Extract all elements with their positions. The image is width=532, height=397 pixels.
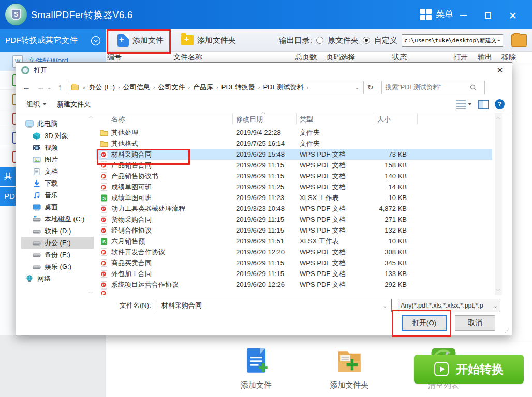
file-row[interactable]: P外包加工合同2019/6/29 11:15WPS PDF 文档133 KB bbox=[96, 268, 492, 279]
tree-item--[interactable]: 此电脑 bbox=[21, 118, 94, 130]
tree-item-label: 音乐 bbox=[45, 191, 58, 200]
scroll-down-icon[interactable]: ﹀ bbox=[495, 287, 502, 294]
tree-item--e-[interactable]: 办公 (E:) bbox=[21, 237, 94, 249]
breadcrumb-segment[interactable]: PDF测试资料 bbox=[261, 83, 305, 92]
file-row[interactable]: P软件开发合作协议2019/6/20 12:20WPS PDF 文档308 KB bbox=[96, 247, 492, 257]
footer-action-add-file[interactable]: 添加文件 bbox=[225, 347, 287, 390]
grid-column-1[interactable]: 文件名称 bbox=[173, 53, 202, 62]
breadcrumb-segment[interactable]: 办公 (E:) bbox=[87, 83, 117, 92]
tree-item--[interactable]: 图片 bbox=[21, 154, 94, 165]
file-row[interactable]: P材料采购合同2019/6/29 15:48WPS PDF 文档73 KB bbox=[96, 149, 492, 160]
organize-button[interactable]: 组织 bbox=[26, 100, 47, 109]
breadcrumb-segment[interactable]: 产品库 bbox=[191, 83, 215, 92]
column-name[interactable]: 名称 bbox=[111, 115, 125, 124]
breadcrumb-segment[interactable]: PDF转换器 bbox=[219, 83, 257, 92]
search-box[interactable] bbox=[381, 81, 485, 94]
file-row[interactable]: P系统项目运营合作协议2019/6/20 12:26WPS PDF 文档292 … bbox=[96, 279, 492, 290]
breadcrumb-segment[interactable]: 公司信息 bbox=[121, 83, 152, 92]
grid-column-2[interactable]: 总页数 bbox=[295, 53, 317, 62]
preview-pane-icon[interactable] bbox=[478, 100, 489, 109]
tree-item--[interactable]: 网络 bbox=[21, 272, 94, 284]
file-row[interactable]: P产品销售合同2019/6/29 11:15WPS PDF 文档158 KB bbox=[96, 160, 492, 171]
file-row[interactable]: P商品买卖合同2019/6/29 11:15WPS PDF 文档345 KB bbox=[96, 257, 492, 268]
footer-action-add-folder[interactable]: 添加文件夹 bbox=[318, 347, 380, 390]
tree-item--[interactable]: 桌面 bbox=[21, 201, 94, 213]
grid-column-6[interactable]: 输出 bbox=[478, 53, 492, 62]
tree-item--f-[interactable]: 备份 (F:) bbox=[21, 249, 94, 261]
forward-icon[interactable]: → bbox=[37, 83, 45, 92]
output-path-input[interactable] bbox=[402, 34, 503, 47]
tree-item--[interactable]: 下载 bbox=[21, 177, 94, 189]
drive-icon bbox=[33, 263, 41, 271]
network-icon bbox=[25, 274, 34, 283]
filename-dropdown-icon[interactable]: ⌄ bbox=[383, 303, 387, 309]
grid-column-3[interactable]: 页码选择 bbox=[326, 53, 355, 62]
file-grid-header: 编号文件名称总页数页码选择状态打开输出移除 bbox=[106, 52, 532, 63]
dialog-titlebar[interactable]: 打开 bbox=[16, 63, 512, 78]
radio-original-folder[interactable] bbox=[316, 37, 323, 44]
maximize-button[interactable] bbox=[480, 9, 496, 22]
grid-column-0[interactable]: 编号 bbox=[107, 53, 122, 62]
scroll-up-icon[interactable]: ︿ bbox=[495, 114, 502, 121]
file-row[interactable]: S六月销售额2019/6/29 11:51XLSX 工作表10 KB bbox=[96, 236, 492, 247]
resize-grip[interactable]: ⋰ bbox=[505, 328, 511, 334]
tree-scroll-down[interactable]: ﹀ bbox=[87, 290, 95, 297]
tree-item--g-[interactable]: 娱乐 (G:) bbox=[21, 261, 94, 272]
breadcrumb[interactable]: « 办公 (E:)›公司信息›公司文件›产品库›PDF转换器›PDF测试资料› … bbox=[68, 81, 364, 94]
filename-input[interactable]: 材料采购合同 ⌄ bbox=[157, 299, 392, 312]
breadcrumb-segment[interactable]: 公司文件 bbox=[156, 83, 187, 92]
new-folder-button[interactable]: 新建文件夹 bbox=[57, 100, 91, 109]
sidebar-category-pdf-to-other[interactable]: PDF转换成其它文件 bbox=[0, 29, 106, 52]
start-convert-label: 开始转换 bbox=[456, 361, 504, 377]
tree-item--[interactable]: 文档 bbox=[21, 165, 94, 177]
start-convert-button[interactable]: 开始转换 bbox=[414, 355, 524, 384]
tree-item--[interactable]: 音乐 bbox=[21, 189, 94, 201]
file-size: 292 KB bbox=[360, 281, 407, 288]
grid-column-5[interactable]: 打开 bbox=[453, 53, 468, 62]
add-file-button[interactable]: 添加文件 bbox=[117, 34, 164, 47]
radio-custom-label[interactable]: 自定义 bbox=[374, 36, 397, 45]
grid-column-4[interactable]: 状态 bbox=[392, 53, 407, 62]
list-scrollbar[interactable]: ︿ ﹀ bbox=[495, 113, 502, 295]
filetype-filter-select[interactable]: Any(*.pdf,*.xls,*.xlsx,*.ppt,*.p ⌄ bbox=[398, 299, 500, 312]
file-row-partial[interactable]: P bbox=[96, 290, 492, 295]
column-type[interactable]: 类型 bbox=[300, 115, 313, 124]
breadcrumb-dropdown-icon[interactable]: ⌄ bbox=[353, 85, 361, 90]
file-row[interactable]: P货物采购合同2019/6/29 11:15WPS PDF 文档271 KB bbox=[96, 214, 492, 225]
back-icon[interactable]: ← bbox=[22, 83, 31, 92]
dialog-close-button[interactable]: ✕ bbox=[488, 63, 512, 78]
tree-item--d-[interactable]: 软件 (D:) bbox=[21, 225, 94, 237]
column-date[interactable]: 修改日期 bbox=[236, 115, 263, 124]
tree-item--[interactable]: 视频 bbox=[21, 142, 94, 154]
column-size[interactable]: 大小 bbox=[377, 115, 391, 124]
file-row[interactable]: 其他格式2019/7/25 16:14文件夹 bbox=[96, 138, 492, 149]
add-folder-button[interactable]: 添加文件夹 bbox=[181, 35, 236, 45]
search-input[interactable] bbox=[385, 84, 470, 91]
tree-scroll-up[interactable]: ︿ bbox=[87, 113, 95, 120]
file-row[interactable]: 其他处理2019/9/4 22:28文件夹 bbox=[96, 127, 492, 138]
file-type: WPS PDF 文档 bbox=[300, 204, 346, 213]
radio-original-folder-label[interactable]: 原文件夹 bbox=[328, 36, 359, 45]
file-row[interactable]: P经销合作协议2019/6/29 11:15WPS PDF 文档132 KB bbox=[96, 225, 492, 236]
open-button[interactable]: 打开(O) bbox=[402, 315, 447, 331]
help-icon[interactable]: ? bbox=[495, 99, 505, 109]
view-mode-button[interactable] bbox=[456, 100, 472, 109]
tree-item--c-[interactable]: 本地磁盘 (C:) bbox=[21, 213, 94, 225]
file-name: 经销合作协议 bbox=[111, 226, 152, 235]
history-chevron-icon[interactable]: ⌄ bbox=[47, 85, 51, 90]
minimize-button[interactable] bbox=[455, 9, 471, 22]
grid-column-7[interactable]: 移除 bbox=[501, 53, 516, 62]
tree-item-3d-[interactable]: 3D 对象 bbox=[21, 130, 94, 142]
close-button[interactable]: ✕ bbox=[505, 9, 521, 22]
file-row[interactable]: P产品销售协议书2019/6/29 11:15WPS PDF 文档140 KB bbox=[96, 171, 492, 181]
radio-custom[interactable] bbox=[363, 37, 370, 44]
file-row[interactable]: P成绩单图可班2019/6/29 11:25WPS PDF 文档14 KB bbox=[96, 181, 492, 192]
refresh-icon[interactable]: ↻ bbox=[364, 81, 377, 94]
cancel-button[interactable]: 取消 bbox=[455, 315, 495, 331]
file-row[interactable]: P动力工具类器械处理流程2019/3/23 10:48WPS PDF 文档4,8… bbox=[96, 203, 492, 214]
file-row[interactable]: S成绩单图可班2019/6/29 11:23XLSX 工作表10 KB bbox=[96, 192, 492, 203]
menu-button[interactable]: 菜单 bbox=[420, 8, 453, 20]
up-icon[interactable]: ↑ bbox=[57, 83, 62, 92]
file-type: 文件夹 bbox=[300, 139, 320, 148]
browse-folder-button[interactable] bbox=[511, 34, 527, 47]
